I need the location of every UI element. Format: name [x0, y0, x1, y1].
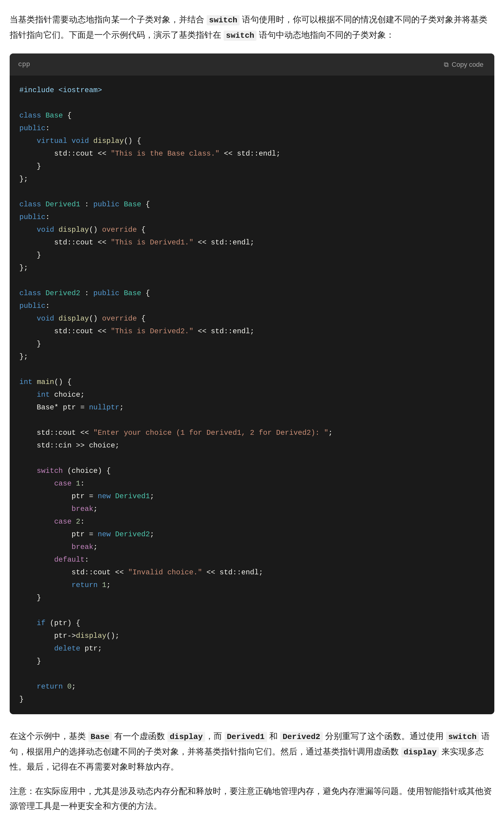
code-pre: #include <iostream> class Base { public:…	[19, 84, 485, 706]
outro-paragraph: 在这个示例中，基类 Base 有一个虚函数 display，而 Derived1…	[10, 729, 494, 774]
intro-paragraph: 当基类指针需要动态地指向某一个子类对象，并结合 switch 语句使用时，你可以…	[10, 12, 494, 43]
inline-code-derived2: Derived2	[280, 732, 323, 742]
code-content: #include <iostream> class Base { public:…	[10, 75, 494, 714]
inline-code-base: Base	[88, 732, 112, 742]
inline-code-switch-3: switch	[446, 732, 479, 742]
inline-code-derived1: Derived1	[224, 732, 267, 742]
copy-icon: ⧉	[444, 61, 449, 68]
note-paragraph: 注意：在实际应用中，尤其是涉及动态内存分配和释放时，要注意正确地管理内存，避免内…	[10, 784, 494, 813]
copy-label: Copy code	[452, 61, 483, 68]
code-header: cpp ⧉ Copy code	[10, 53, 494, 75]
inline-code-display-2: display	[401, 747, 439, 758]
lang-label: cpp	[18, 59, 30, 70]
copy-code-button[interactable]: ⧉ Copy code	[442, 59, 486, 70]
inline-code-switch-2: switch	[223, 30, 257, 41]
inline-code-switch-1: switch	[207, 15, 240, 25]
inline-code-display-1: display	[167, 732, 205, 742]
code-block: cpp ⧉ Copy code #include <iostream> clas…	[10, 53, 494, 714]
